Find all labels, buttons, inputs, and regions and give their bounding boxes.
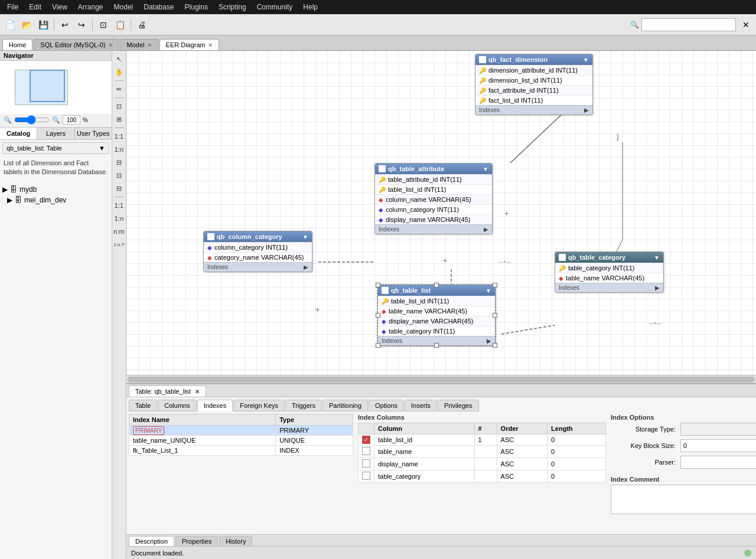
tool-1-n[interactable]: 1:n	[113, 143, 125, 155]
menu-file[interactable]: File	[2, 2, 23, 12]
editor-tab-table[interactable]: Table	[129, 400, 157, 411]
index-comment-textarea[interactable]	[611, 485, 756, 514]
bottom-nav-tab-properties[interactable]: Properties	[175, 536, 218, 546]
er-table-qb-fact-dimension[interactable]: qb_fact_dimension ▼ 🔑 dimension_attribut…	[475, 54, 593, 115]
menu-plugins[interactable]: Plugins	[180, 2, 213, 12]
index-row-fk[interactable]: fk_Table_List_1 INDEX	[129, 446, 353, 456]
footer-arrow[interactable]: ▶	[487, 338, 491, 344]
tool-eraser[interactable]: ✏	[113, 83, 125, 95]
toggle-button[interactable]: ⊡	[96, 17, 111, 32]
er-table-qb-table-category[interactable]: qb_table_category ▼ 🔑 table_category INT…	[555, 251, 664, 293]
editor-tab-foreign-keys[interactable]: Foreign Keys	[233, 400, 285, 411]
hscroll-thumb[interactable]	[128, 377, 755, 383]
er-table-qb-column-category[interactable]: qb_column_category ▼ ◆ column_category I…	[203, 231, 312, 272]
unchecked-checkbox[interactable]	[362, 459, 370, 468]
index-col-row[interactable]: ✓ table_list_id 1 ASC 0	[359, 434, 606, 446]
unchecked-checkbox[interactable]	[362, 472, 370, 480]
eer-canvas[interactable]: } + + + —+— —+— qb_fact_dimension ▼ 🔑 di…	[126, 51, 756, 375]
editor-tab-triggers[interactable]: Triggers	[285, 400, 322, 411]
search-input[interactable]	[641, 18, 736, 31]
footer-arrow[interactable]: ▶	[584, 107, 589, 113]
expand-button[interactable]: ▼	[583, 57, 589, 63]
menu-edit[interactable]: Edit	[24, 2, 46, 12]
menu-help[interactable]: Help	[298, 2, 322, 12]
check-cell[interactable]: ✓	[359, 434, 374, 446]
footer-arrow[interactable]: ▶	[655, 285, 660, 291]
index-col-row[interactable]: display_name ASC 0	[359, 458, 606, 470]
tool-fit[interactable]: ⊡	[113, 100, 125, 112]
check-cell[interactable]	[359, 446, 374, 458]
expand-button[interactable]: ▼	[654, 254, 660, 261]
tool-1-nb[interactable]: 1:n	[113, 213, 125, 224]
table-selector[interactable]: qb_table_list: Table ▼	[2, 142, 109, 154]
tab-eer-diagram[interactable]: EER Diagram ✕	[159, 39, 219, 50]
undo-button[interactable]: ↩	[57, 17, 73, 32]
print-button[interactable]: 🖨	[134, 17, 149, 32]
zoom-slider[interactable]	[14, 116, 50, 123]
editor-tab-privileges[interactable]: Privileges	[438, 400, 479, 411]
editor-tab-partitioning[interactable]: Partitioning	[322, 400, 368, 411]
index-col-row[interactable]: table_name ASC 0	[359, 446, 606, 458]
doc-button[interactable]: 📋	[112, 17, 128, 32]
bottom-tab-table[interactable]: Table: qb_table_list ✕	[129, 385, 206, 397]
footer-arrow[interactable]: ▶	[484, 226, 488, 233]
save-button[interactable]: 💾	[35, 17, 51, 32]
unchecked-checkbox[interactable]	[362, 447, 370, 455]
footer-arrow[interactable]: ▶	[304, 264, 308, 270]
bottom-nav-tab-history[interactable]: History	[219, 536, 252, 546]
expand-button[interactable]: ▼	[302, 234, 308, 240]
canvas-hscroll[interactable]	[126, 375, 756, 383]
tool-grid[interactable]: ⊞	[113, 113, 125, 125]
parser-input[interactable]	[680, 456, 756, 469]
menu-view[interactable]: View	[47, 2, 72, 12]
menu-scripting[interactable]: Scripting	[214, 2, 251, 12]
editor-tab-columns[interactable]: Columns	[158, 400, 196, 411]
tab-eer-close[interactable]: ✕	[208, 42, 213, 48]
tool-nm[interactable]: n:m	[113, 225, 125, 237]
er-table-qb-table-list[interactable]: qb_table_list ▼ 🔑 table_list_id INT(11) …	[377, 285, 496, 346]
tool-1-nc[interactable]: 1:n↗	[113, 238, 125, 250]
sidebar-tab-user-types[interactable]: User Types	[75, 128, 112, 139]
tool-select[interactable]: ↖	[113, 53, 125, 65]
tool-1-1[interactable]: 1:1	[113, 130, 125, 142]
bottom-nav-tab-description[interactable]: Description	[129, 536, 174, 546]
storage-type-select[interactable]	[680, 423, 756, 436]
expand-button[interactable]: ▼	[483, 166, 488, 172]
menu-community[interactable]: Community	[252, 2, 298, 12]
editor-tab-indexes[interactable]: Indexes	[197, 400, 233, 411]
sidebar-tab-layers[interactable]: Layers	[37, 128, 74, 139]
tab-sql-editor[interactable]: SQL Editor (MySQL-0) ✕	[34, 39, 119, 50]
tool-table[interactable]: ⊟	[113, 156, 125, 168]
index-col-row[interactable]: table_category ASC 0	[359, 470, 606, 483]
tool-view[interactable]: ⊟	[113, 182, 125, 194]
check-cell[interactable]	[359, 470, 374, 483]
search-clear-button[interactable]: ✕	[738, 17, 754, 32]
menu-model[interactable]: Model	[109, 2, 138, 12]
tree-item-mydb[interactable]: ▶ 🗄 mydb	[2, 184, 109, 195]
zoom-value-input[interactable]	[63, 115, 80, 125]
checked-checkbox[interactable]: ✓	[362, 436, 370, 444]
key-block-input[interactable]	[680, 439, 756, 452]
open-button[interactable]: 📂	[19, 17, 34, 32]
tree-item-mei-dim-dev[interactable]: ▶ 🗄 mei_dim_dev	[2, 195, 109, 205]
editor-tab-inserts[interactable]: Inserts	[405, 400, 437, 411]
expand-button[interactable]: ▼	[485, 287, 491, 294]
redo-button[interactable]: ↪	[74, 17, 89, 32]
index-row-primary[interactable]: PRIMARY PRIMARY	[129, 426, 353, 436]
tab-model-close[interactable]: ✕	[147, 42, 152, 48]
tool-pan[interactable]: ✋	[113, 66, 125, 78]
menu-database[interactable]: Database	[139, 2, 178, 12]
sidebar-tab-catalog[interactable]: Catalog	[0, 128, 37, 139]
check-cell[interactable]	[359, 458, 374, 470]
tab-home[interactable]: Home	[2, 39, 32, 50]
new-button[interactable]: 📄	[2, 17, 18, 32]
tab-sql-close[interactable]: ✕	[108, 42, 113, 48]
index-row-unique[interactable]: table_name_UNIQUE UNIQUE	[129, 436, 353, 446]
editor-tab-options[interactable]: Options	[369, 400, 404, 411]
tool-1-1b[interactable]: 1:1	[113, 200, 125, 211]
tool-copy[interactable]: ⊡	[113, 169, 125, 181]
bottom-tab-close[interactable]: ✕	[195, 388, 200, 395]
tab-model[interactable]: Model ✕	[120, 39, 158, 50]
er-table-qb-table-attribute[interactable]: qb_table_attribute ▼ 🔑 table_attribute_i…	[374, 163, 493, 234]
menu-arrange[interactable]: Arrange	[73, 2, 108, 12]
